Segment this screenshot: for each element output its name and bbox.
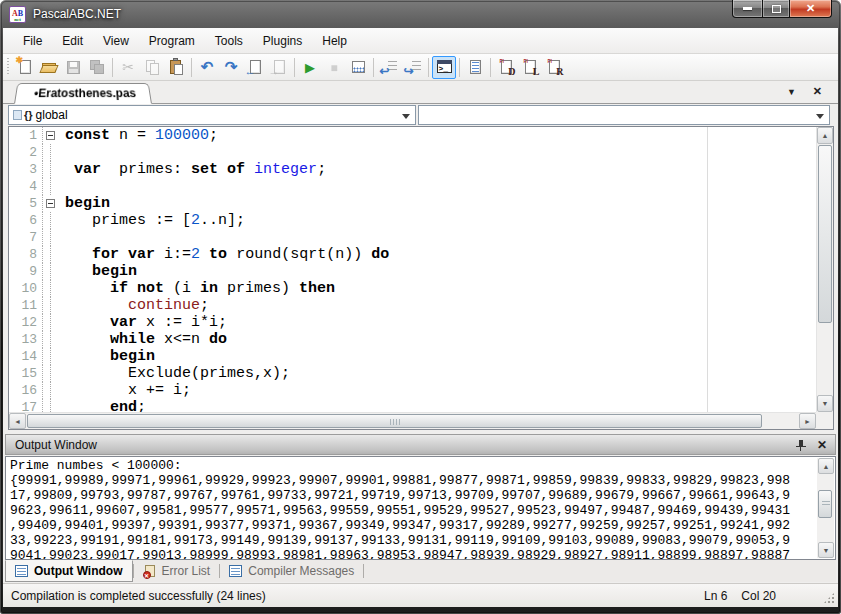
fold-margin <box>43 399 59 412</box>
minimize-button[interactable] <box>732 0 763 18</box>
code-line: 9 begin <box>9 263 816 280</box>
fold-collapse-icon[interactable] <box>46 131 55 140</box>
scroll-up-icon[interactable]: ▲ <box>817 127 833 144</box>
code-text: if not (i in primes) then <box>59 280 335 297</box>
pin-icon[interactable] <box>795 439 807 452</box>
save-all-button <box>85 56 109 79</box>
redo-icon: ↷ <box>222 58 241 76</box>
output-window-title: Output Window <box>15 438 97 452</box>
fold-margin <box>43 144 59 161</box>
output-vscroll-thumb[interactable] <box>818 490 832 518</box>
code-editor[interactable]: 1const n = 100000;23 var primes: set of … <box>8 126 834 430</box>
editor-vscroll-thumb[interactable] <box>818 145 832 323</box>
scroll-right-icon[interactable]: ► <box>799 413 816 429</box>
tool-tab-output-window[interactable]: Output Window <box>5 560 133 582</box>
code-text: begin <box>59 263 137 280</box>
line-number: 7 <box>9 229 43 246</box>
maximize-button[interactable] <box>762 0 790 18</box>
close-button[interactable]: ✕ <box>789 0 832 18</box>
menu-item-program[interactable]: Program <box>139 28 205 53</box>
scope-combobox[interactable]: {} global <box>8 105 416 125</box>
tool-tab-error-list[interactable]: ✕Error List <box>134 560 220 582</box>
line-number: 1 <box>9 127 43 144</box>
menu-item-view[interactable]: View <box>93 28 139 53</box>
step-over-button[interactable]: ↩ <box>377 56 401 79</box>
document-tab-strip: •Eratosthenes.pas ▼ ✕ <box>3 81 838 104</box>
page-d-icon: FID <box>497 58 516 76</box>
doc-l-button[interactable]: FIL <box>518 56 542 79</box>
line-number: 2 <box>9 144 43 161</box>
code-text: begin <box>59 195 110 212</box>
menu-item-file[interactable]: File <box>13 28 52 53</box>
save-icon <box>64 58 83 76</box>
output-vertical-scrollbar[interactable]: ▲ ▼ <box>817 458 834 558</box>
output-line: Prime numbes < 100000: <box>6 458 817 473</box>
format-code-button[interactable] <box>463 56 487 79</box>
menu-item-edit[interactable]: Edit <box>52 28 93 53</box>
stop-button: ■ <box>322 56 346 79</box>
scroll-up-icon[interactable]: ▲ <box>818 458 834 474</box>
fold-collapse-icon[interactable] <box>46 199 55 208</box>
menu-item-tools[interactable]: Tools <box>205 28 253 53</box>
status-line-indicator: Ln 6 <box>704 589 727 603</box>
code-text: end; <box>59 399 146 412</box>
line-number: 6 <box>9 212 43 229</box>
step-into-button[interactable]: ↪ <box>401 56 425 79</box>
editor-tab-eratosthenes[interactable]: •Eratosthenes.pas <box>14 83 152 104</box>
doc-d-button[interactable]: FID <box>494 56 518 79</box>
window-title: PascalABC.NET <box>33 7 121 21</box>
line-number: 16 <box>9 382 43 399</box>
fold-margin <box>43 195 59 212</box>
navigate-back-button[interactable]: ← <box>243 56 267 79</box>
navigation-combo-row: {} global <box>3 105 838 126</box>
paste-button[interactable] <box>164 56 188 79</box>
output-window-body[interactable]: Prime numbes < 100000:{99991,99989,99971… <box>5 456 836 560</box>
menu-item-help[interactable]: Help <box>312 28 357 53</box>
scroll-down-icon[interactable]: ▼ <box>817 395 833 412</box>
member-combobox[interactable] <box>418 105 830 125</box>
column-ruler <box>707 127 708 412</box>
open-file-button[interactable] <box>37 56 61 79</box>
tab-close-icon[interactable]: ✕ <box>813 85 822 98</box>
output-close-icon[interactable]: ✕ <box>817 438 827 452</box>
menu-item-plugins[interactable]: Plugins <box>253 28 312 53</box>
editor-horizontal-scrollbar[interactable]: ◄ ► <box>9 412 816 429</box>
output-window-icon <box>15 565 29 578</box>
fold-margin <box>43 212 59 229</box>
editor-hscroll-thumb[interactable] <box>27 414 762 428</box>
tool-tab-compiler-messages[interactable]: Compiler Messages <box>220 560 363 582</box>
code-line: 1const n = 100000; <box>9 127 816 144</box>
code-line: 2 <box>9 144 816 161</box>
show-console-button[interactable]: >_ <box>432 56 456 79</box>
doc-r-button[interactable]: FIR <box>542 56 566 79</box>
line-number: 11 <box>9 297 43 314</box>
scroll-down-icon[interactable]: ▼ <box>818 542 834 558</box>
toolbar: ✱✂↶↷←→▶■↩↪>_FIDFILFIR <box>3 54 838 81</box>
open-folder-icon <box>40 58 59 76</box>
resize-grip[interactable] <box>823 592 835 604</box>
code-line: 7 <box>9 229 816 246</box>
copy-button <box>140 56 164 79</box>
fold-margin <box>43 161 59 178</box>
run-button[interactable]: ▶ <box>298 56 322 79</box>
undo-icon: ↶ <box>198 58 217 76</box>
line-number: 10 <box>9 280 43 297</box>
tab-list-chevron-icon[interactable]: ▼ <box>787 87 796 97</box>
new-file-button[interactable]: ✱ <box>13 56 37 79</box>
menu-bar: FileEditViewProgramToolsPluginsHelp <box>3 28 838 54</box>
compile-button[interactable] <box>346 56 370 79</box>
toolbar-separator <box>191 58 192 77</box>
code-area[interactable]: 1const n = 100000;23 var primes: set of … <box>9 127 816 412</box>
toolbar-grip[interactable] <box>7 58 9 76</box>
paste-icon <box>167 58 186 76</box>
tool-tab-label: Compiler Messages <box>248 564 354 578</box>
editor-vertical-scrollbar[interactable]: ▲ ▼ <box>816 127 833 412</box>
code-line: 10 if not (i in primes) then <box>9 280 816 297</box>
redo-button[interactable]: ↷ <box>219 56 243 79</box>
fold-guide-line <box>50 314 51 331</box>
fold-margin <box>43 263 59 280</box>
scroll-left-icon[interactable]: ◄ <box>9 413 26 429</box>
fold-margin <box>43 229 59 246</box>
output-window-header[interactable]: Output Window ✕ <box>5 434 836 455</box>
undo-button[interactable]: ↶ <box>195 56 219 79</box>
